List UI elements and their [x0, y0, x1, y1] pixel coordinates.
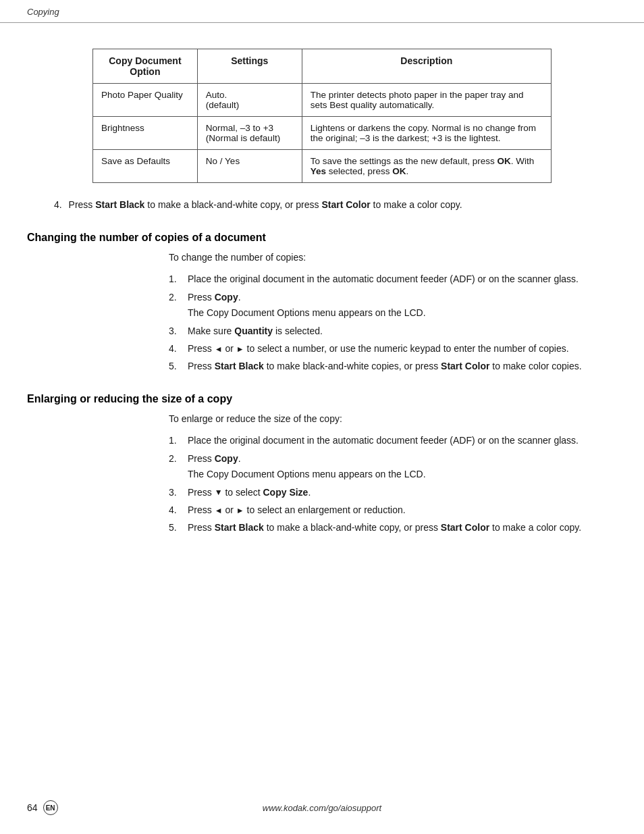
table-cell-desc-0: The printer detects photo paper in the p… [302, 84, 551, 117]
table-row: Photo Paper Quality Auto.(default) The p… [93, 84, 552, 117]
page-number: 64 [27, 802, 38, 813]
step-content: Press ◄ or ► to select a number, or use … [188, 341, 617, 356]
list-item: 4. Press ◄ or ► to select an enlargement… [169, 502, 617, 517]
options-table: Copy Document Option Settings Descriptio… [92, 49, 552, 183]
left-arrow-icon: ◄ [215, 343, 223, 356]
down-arrow-icon: ▼ [215, 486, 223, 499]
step-num: 3. [169, 485, 188, 500]
list-item: 2. Press Copy. The Copy Document Options… [169, 290, 617, 321]
table-cell-option-2: Save as Defaults [93, 150, 198, 183]
step-content: Press Start Black to make a black-and-wh… [188, 520, 617, 535]
section1-steps-list: 1. Place the original document in the au… [169, 271, 617, 373]
step-num: 1. [169, 433, 188, 448]
step-content: Make sure Quantity is selected. [188, 323, 617, 338]
left-arrow-icon: ◄ [215, 504, 223, 517]
step-num: 4. [169, 341, 188, 356]
step-num: 2. [169, 290, 188, 305]
step-content: Press Start Black to make black-and-whit… [188, 359, 617, 373]
section1-intro: To change the number of copies: [169, 251, 617, 265]
table-header-description: Description [302, 49, 551, 84]
table-cell-settings-2: No / Yes [197, 150, 302, 183]
list-item: 3. Press ▼ to select Copy Size. [169, 485, 617, 500]
header-bar: Copying [0, 0, 644, 23]
footer-url: www.kodak.com/go/aiosupport [263, 803, 381, 813]
footer: 64 EN www.kodak.com/go/aiosupport [0, 800, 644, 815]
table-cell-settings-1: Normal, –3 to +3(Normal is default) [197, 117, 302, 150]
section1-heading: Changing the number of copies of a docum… [27, 232, 617, 244]
header-title: Copying [27, 7, 59, 17]
section2-intro: To enlarge or reduce the size of the cop… [169, 412, 617, 427]
section2-heading: Enlarging or reducing the size of a copy [27, 393, 617, 405]
step-content: Press ▼ to select Copy Size. [188, 485, 617, 500]
table-cell-option-1: Brightness [93, 117, 198, 150]
list-item: 1. Place the original document in the au… [169, 433, 617, 448]
step-sub: The Copy Document Options menu appears o… [188, 305, 617, 320]
step-sub: The Copy Document Options menu appears o… [188, 467, 617, 481]
page-container: Copying Copy Document Option Settings De… [0, 0, 644, 834]
step-content: Press Copy. The Copy Document Options me… [188, 290, 617, 321]
right-arrow-icon: ► [236, 504, 244, 517]
step-num: 2. [169, 451, 188, 466]
table-cell-settings-0: Auto.(default) [197, 84, 302, 117]
step-num: 5. [169, 520, 188, 535]
step-num: 3. [169, 323, 188, 338]
step-content: Press Copy. The Copy Document Options me… [188, 451, 617, 482]
table-cell-desc-2: To save the settings as the new default,… [302, 150, 551, 183]
table-header-option: Copy Document Option [93, 49, 198, 84]
footer-page: 64 EN [27, 800, 58, 815]
right-arrow-icon: ► [236, 343, 244, 356]
step-num: 5. [169, 359, 188, 373]
step-4-number: 4. [54, 199, 62, 210]
table-header-settings: Settings [197, 49, 302, 84]
step-content: Place the original document in the autom… [188, 271, 617, 286]
table-row: Save as Defaults No / Yes To save the se… [93, 150, 552, 183]
section-enlarging-reducing: Enlarging or reducing the size of a copy… [27, 393, 617, 536]
step-4-paragraph: 4. Press Start Black to make a black-and… [54, 198, 617, 213]
section-changing-copies: Changing the number of copies of a docum… [27, 232, 617, 374]
step-content: Press ◄ or ► to select an enlargement or… [188, 502, 617, 517]
list-item: 5. Press Start Black to make black-and-w… [169, 359, 617, 373]
en-badge: EN [43, 800, 58, 815]
table-cell-desc-1: Lightens or darkens the copy. Normal is … [302, 117, 551, 150]
step-num: 1. [169, 271, 188, 286]
list-item: 2. Press Copy. The Copy Document Options… [169, 451, 617, 482]
section2-steps-list: 1. Place the original document in the au… [169, 433, 617, 535]
table-row: Brightness Normal, –3 to +3(Normal is de… [93, 117, 552, 150]
list-item: 5. Press Start Black to make a black-and… [169, 520, 617, 535]
table-cell-option-0: Photo Paper Quality [93, 84, 198, 117]
step-num: 4. [169, 502, 188, 517]
step-content: Place the original document in the autom… [188, 433, 617, 448]
list-item: 3. Make sure Quantity is selected. [169, 323, 617, 338]
list-item: 4. Press ◄ or ► to select a number, or u… [169, 341, 617, 356]
main-content: Copy Document Option Settings Descriptio… [0, 23, 644, 581]
list-item: 1. Place the original document in the au… [169, 271, 617, 286]
